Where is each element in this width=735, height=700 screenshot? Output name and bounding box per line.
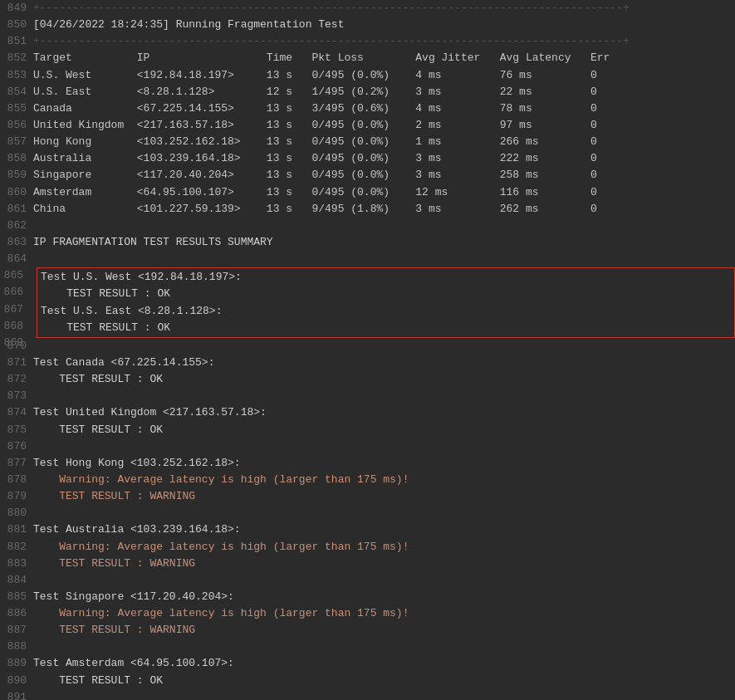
line-855: 855Canada <67.225.14.155> 13 s 3/495 (0.… xyxy=(0,100,735,117)
line-content-854: U.S. East <8.28.1.128> 12 s 1/495 (0.2%)… xyxy=(33,84,597,100)
line-content-853: U.S. West <192.84.18.197> 13 s 0/495 (0.… xyxy=(33,67,597,84)
line-content-868: Test U.S. East <8.28.1.128>: xyxy=(41,303,222,320)
line-content-881: Test Australia <103.239.164.18>: xyxy=(33,521,241,538)
line-858: 858Australia <103.239.164.18> 13 s 0/495… xyxy=(0,150,735,167)
line-content-859: Singapore <117.20.40.204> 13 s 0/495 (0.… xyxy=(33,167,597,184)
line-875: 875 TEST RESULT : OK xyxy=(0,422,735,438)
line-868: Test U.S. East <8.28.1.128>: xyxy=(41,303,731,320)
line-num-876: 876 xyxy=(3,438,33,455)
line-content-866: TEST RESULT : OK xyxy=(41,286,170,302)
line-num-883: 883 xyxy=(3,556,33,572)
line-num-853: 853 xyxy=(3,67,33,84)
line-content-863: IP FRAGMENTATION TEST RESULTS SUMMARY xyxy=(33,234,273,251)
line-889: 889Test Amsterdam <64.95.100.107>: xyxy=(0,655,735,672)
line-872: 872 TEST RESULT : OK xyxy=(0,371,735,388)
line-content-852: Target IP Time Pkt Loss Avg Jitter Avg L… xyxy=(33,50,610,66)
line-num-869: 869 xyxy=(0,335,30,351)
line-num-880: 880 xyxy=(3,505,33,521)
line-879: 879 TEST RESULT : WARNING xyxy=(0,488,735,505)
line-871: 871Test Canada <67.225.14.155>: xyxy=(0,355,735,371)
line-content-860: Amsterdam <64.95.100.107> 13 s 0/495 (0.… xyxy=(33,184,597,201)
line-850: 850[04/26/2022 18:24:35] Running Fragmen… xyxy=(0,17,735,33)
line-num-888: 888 xyxy=(3,639,33,655)
line-num-854: 854 xyxy=(3,84,33,100)
line-num-872: 872 xyxy=(3,371,33,388)
line-num-879: 879 xyxy=(3,488,33,505)
line-content-850: [04/26/2022 18:24:35] Running Fragmentat… xyxy=(33,17,344,33)
line-861: 861China <101.227.59.139> 13 s 9/495 (1.… xyxy=(0,201,735,218)
line-860: 860Amsterdam <64.95.100.107> 13 s 0/495 … xyxy=(0,184,735,201)
line-num-863: 863 xyxy=(3,234,33,251)
line-content-858: Australia <103.239.164.18> 13 s 0/495 (0… xyxy=(33,150,597,167)
line-content-887: TEST RESULT : WARNING xyxy=(33,622,195,639)
line-num-850: 850 xyxy=(3,17,33,33)
line-886: 886 Warning: Average latency is high (la… xyxy=(0,605,735,622)
line-content-851: +---------------------------------------… xyxy=(33,33,630,50)
line-878: 878 Warning: Average latency is high (la… xyxy=(0,472,735,488)
line-num-860: 860 xyxy=(3,184,33,201)
line-887: 887 TEST RESULT : WARNING xyxy=(0,622,735,639)
line-num-852: 852 xyxy=(3,50,33,66)
line-content-869: TEST RESULT : OK xyxy=(41,320,170,336)
line-869: TEST RESULT : OK xyxy=(41,320,731,336)
line-870: 870 xyxy=(0,338,735,355)
line-num-875: 875 xyxy=(3,422,33,438)
line-852: 852Target IP Time Pkt Loss Avg Jitter Av… xyxy=(0,50,735,66)
line-content-849: +---------------------------------------… xyxy=(33,0,630,17)
terminal-window: 849+------------------------------------… xyxy=(0,0,735,700)
line-885: 885Test Singapore <117.20.40.204>: xyxy=(0,589,735,605)
line-num-886: 886 xyxy=(3,605,33,622)
line-content-879: TEST RESULT : WARNING xyxy=(33,488,195,505)
line-853: 853U.S. West <192.84.18.197> 13 s 0/495 … xyxy=(0,67,735,84)
line-content-871: Test Canada <67.225.14.155>: xyxy=(33,355,214,371)
line-num-887: 887 xyxy=(3,622,33,639)
line-content-856: United Kingdom <217.163.57.18> 13 s 0/49… xyxy=(33,117,597,134)
line-num-865: 865 xyxy=(0,267,30,284)
line-873: 873 xyxy=(0,388,735,404)
line-num-868: 868 xyxy=(0,318,30,335)
line-content-885: Test Singapore <117.20.40.204>: xyxy=(33,589,234,605)
line-num-849: 849 xyxy=(3,0,33,17)
line-882: 882 Warning: Average latency is high (la… xyxy=(0,539,735,556)
line-num-864: 864 xyxy=(3,251,33,267)
line-859: 859Singapore <117.20.40.204> 13 s 0/495 … xyxy=(0,167,735,184)
line-881: 881Test Australia <103.239.164.18>: xyxy=(0,521,735,538)
line-857: 857Hong Kong <103.252.162.18> 13 s 0/495… xyxy=(0,134,735,150)
line-877: 877Test Hong Kong <103.252.162.18>: xyxy=(0,455,735,472)
line-content-890: TEST RESULT : OK xyxy=(33,673,163,689)
line-num-881: 881 xyxy=(3,521,33,538)
line-888: 888 xyxy=(0,639,735,655)
line-num-866: 866 xyxy=(0,284,30,301)
line-num-856: 856 xyxy=(3,117,33,134)
line-num-882: 882 xyxy=(3,539,33,556)
line-880: 880 xyxy=(0,505,735,521)
line-864: 864 xyxy=(0,251,735,267)
line-num-877: 877 xyxy=(3,455,33,472)
line-num-889: 889 xyxy=(3,655,33,672)
line-866: TEST RESULT : OK xyxy=(41,286,731,302)
line-num-855: 855 xyxy=(3,100,33,117)
line-num-885: 885 xyxy=(3,589,33,605)
line-876: 876 xyxy=(0,438,735,455)
line-890: 890 TEST RESULT : OK xyxy=(0,673,735,689)
line-891: 891 xyxy=(0,689,735,700)
line-content-877: Test Hong Kong <103.252.162.18>: xyxy=(33,455,241,472)
line-num-871: 871 xyxy=(3,355,33,371)
line-849: 849+------------------------------------… xyxy=(0,0,735,17)
line-num-859: 859 xyxy=(3,167,33,184)
line-863: 863IP FRAGMENTATION TEST RESULTS SUMMARY xyxy=(0,234,735,251)
line-883: 883 TEST RESULT : WARNING xyxy=(0,556,735,572)
line-856: 856United Kingdom <217.163.57.18> 13 s 0… xyxy=(0,117,735,134)
line-num-884: 884 xyxy=(3,572,33,589)
line-884: 884 xyxy=(0,572,735,589)
line-content-883: TEST RESULT : WARNING xyxy=(33,556,195,572)
line-num-858: 858 xyxy=(3,150,33,167)
line-874: 874Test United Kingdom <217.163.57.18>: xyxy=(0,404,735,421)
line-num-862: 862 xyxy=(3,218,33,234)
line-854: 854U.S. East <8.28.1.128> 12 s 1/495 (0.… xyxy=(0,84,735,100)
line-num-867: 867 xyxy=(0,301,30,318)
line-num-891: 891 xyxy=(3,689,33,700)
line-content-882: Warning: Average latency is high (larger… xyxy=(33,539,409,556)
line-num-890: 890 xyxy=(3,673,33,689)
line-content-886: Warning: Average latency is high (larger… xyxy=(33,605,409,622)
